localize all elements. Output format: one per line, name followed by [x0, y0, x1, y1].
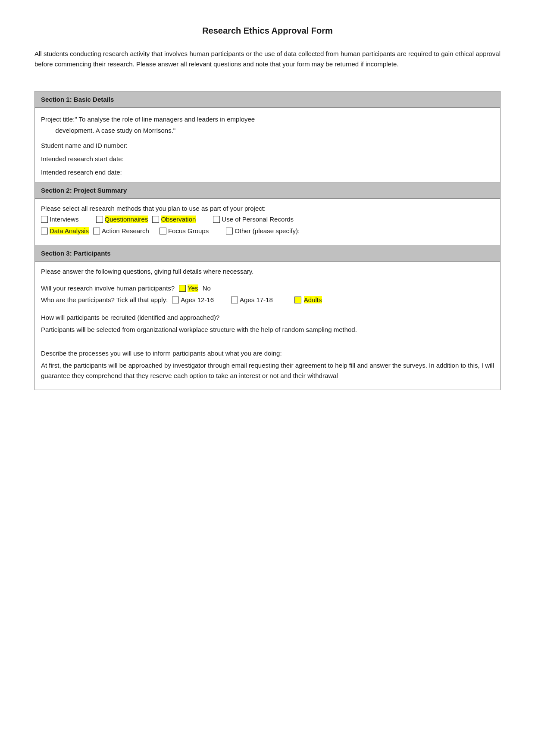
section1-header-text: Section 1: Basic Details [41, 96, 114, 103]
research-start-label: Intended research start date: [41, 155, 124, 162]
section1-body: Project title:" To analyse the role of l… [35, 108, 500, 182]
research-start-field: Intended research start date: [41, 155, 494, 162]
data-analysis-checkbox[interactable] [41, 228, 48, 234]
methods-row2: Data Analysis Action Research Focus Grou… [41, 227, 494, 234]
recruited-answer: Participants will be selected from organ… [41, 325, 494, 335]
intro-paragraph: All students conducting research activit… [34, 49, 501, 69]
data-analysis-label: Data Analysis [50, 227, 89, 234]
participants-tick-question: Who are the participants? Tick all that … [41, 296, 168, 303]
method-focus-groups[interactable]: Focus Groups [160, 227, 209, 234]
adults[interactable]: Adults [294, 296, 322, 303]
questionnaires-checkbox[interactable] [96, 216, 103, 223]
age-groups-row: Who are the participants? Tick all that … [41, 296, 494, 303]
methods-row1: Interviews Questionnaires Observation Us… [41, 216, 494, 223]
action-research-checkbox[interactable] [93, 228, 100, 234]
section2-instruction-text: Please select all research methods that … [41, 205, 266, 212]
student-name-label: Student name and ID number: [41, 142, 128, 149]
section2-header: Section 2: Project Summary [35, 182, 500, 199]
form-container: Section 1: Basic Details Project title:"… [34, 91, 501, 390]
yes-label: Yes [188, 284, 198, 292]
inform-question-text: Describe the processes you will use to i… [41, 350, 282, 357]
no-label: No [203, 284, 211, 292]
section1-header: Section 1: Basic Details [35, 91, 500, 108]
project-title-part2: development. A case study on Morrisons." [55, 127, 175, 134]
action-research-label: Action Research [102, 227, 149, 234]
section2-body: Please select all research methods that … [35, 199, 500, 245]
adults-label: Adults [304, 296, 322, 303]
observation-checkbox[interactable] [152, 216, 159, 223]
inform-question: Describe the processes you will use to i… [41, 350, 494, 357]
focus-groups-checkbox[interactable] [160, 228, 166, 234]
method-questionnaires[interactable]: Questionnaires [96, 216, 148, 223]
questionnaires-label: Questionnaires [105, 216, 148, 223]
section2-instruction: Please select all research methods that … [41, 205, 494, 212]
ages-12-16-checkbox[interactable] [172, 297, 179, 303]
section3-instruction: Please answer the following questions, g… [41, 268, 494, 275]
recruited-question-text: How will participants be recruited (iden… [41, 314, 219, 321]
inform-answer-text: At first, the participants will be appro… [41, 362, 494, 379]
other-label: Other (please specify): [235, 227, 300, 234]
human-participants-row: Will your research involve human partici… [41, 284, 494, 292]
method-data-analysis[interactable]: Data Analysis [41, 227, 89, 234]
yes-option[interactable]: Yes [179, 284, 198, 292]
ages-12-16-label: Ages 12-16 [181, 296, 214, 303]
ages-17-18-label: Ages 17-18 [240, 296, 273, 303]
student-name-field: Student name and ID number: [41, 142, 494, 149]
method-personal-records[interactable]: Use of Personal Records [213, 216, 294, 223]
ages-17-18-checkbox[interactable] [231, 297, 238, 303]
human-participants-question: Will your research involve human partici… [41, 284, 175, 292]
research-end-field: Intended research end date: [41, 169, 494, 176]
other-checkbox[interactable] [226, 228, 233, 234]
recruited-question: How will participants be recruited (iden… [41, 314, 494, 321]
project-title: Project title:" To analyse the role of l… [41, 114, 494, 136]
focus-groups-label: Focus Groups [168, 227, 209, 234]
interviews-label: Interviews [50, 216, 79, 223]
method-other[interactable]: Other (please specify): [226, 227, 300, 234]
yes-checkbox[interactable] [179, 285, 186, 292]
adults-checkbox[interactable] [294, 297, 301, 303]
recruited-answer-text: Participants will be selected from organ… [41, 326, 357, 333]
inform-answer: At first, the participants will be appro… [41, 360, 494, 381]
ages-12-16[interactable]: Ages 12-16 [172, 296, 214, 303]
section3-body: Please answer the following questions, g… [35, 262, 500, 390]
method-interviews[interactable]: Interviews [41, 216, 79, 223]
page-title: Research Ethics Approval Form [34, 26, 501, 36]
project-title-label: Project title:" [41, 116, 77, 123]
observation-label: Observation [161, 216, 196, 223]
section3-header-text: Section 3: Participants [41, 250, 111, 257]
personal-records-label: Use of Personal Records [222, 216, 294, 223]
method-action-research[interactable]: Action Research [93, 227, 149, 234]
personal-records-checkbox[interactable] [213, 216, 220, 223]
section3-header: Section 3: Participants [35, 245, 500, 262]
section2-header-text: Section 2: Project Summary [41, 187, 127, 194]
research-end-label: Intended research end date: [41, 169, 122, 176]
method-observation[interactable]: Observation [152, 216, 196, 223]
interviews-checkbox[interactable] [41, 216, 48, 223]
project-title-part1: To analyse the role of line managers and… [77, 116, 255, 123]
ages-17-18[interactable]: Ages 17-18 [231, 296, 273, 303]
section3-instruction-text: Please answer the following questions, g… [41, 268, 253, 275]
